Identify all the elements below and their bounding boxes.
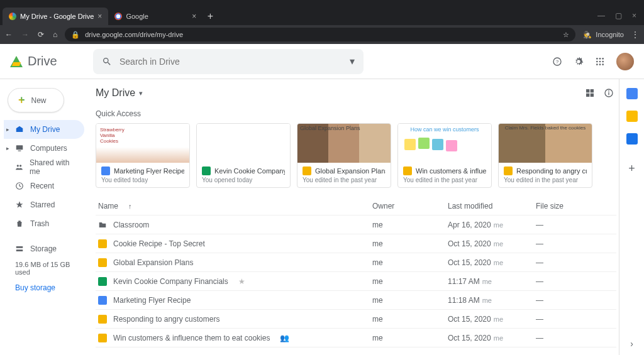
address-bar[interactable]: 🔒 drive.google.com/drive/my-drive ☆ (65, 28, 575, 41)
incognito-indicator[interactable]: 🕵️ Incognito (583, 31, 624, 39)
apps-grid-icon[interactable] (595, 57, 605, 67)
shared-icon: 👥 (280, 334, 289, 342)
file-owner: me (372, 315, 448, 324)
tasks-addon-icon[interactable] (626, 133, 638, 145)
hide-side-panel-icon[interactable]: › (630, 339, 633, 349)
card-subtitle: You opened today (202, 177, 285, 183)
account-avatar[interactable] (616, 53, 634, 70)
sidebar-item-starred[interactable]: Starred (4, 195, 84, 214)
shared-icon (15, 163, 23, 172)
browser-tab-google[interactable]: Google × (108, 8, 203, 25)
reload-icon[interactable]: ⟳ (38, 30, 44, 39)
slides-file-icon (98, 258, 107, 267)
settings-gear-icon[interactable] (574, 57, 584, 67)
file-row[interactable]: Marketing Flyer Recipeme11:18 AMme— (96, 291, 616, 310)
close-tab-icon[interactable]: × (97, 12, 102, 21)
quick-access-card[interactable]: How can we win customersWin customers & … (397, 123, 492, 188)
chevron-down-icon: ▾ (139, 89, 143, 97)
close-tab-icon[interactable]: × (192, 12, 196, 21)
card-title: Kevin Cookie Company Financi… (214, 167, 285, 175)
drive-logo[interactable]: Drive (10, 54, 86, 68)
svg-rect-17 (16, 249, 23, 251)
sidebar-item-trash[interactable]: Trash (4, 214, 84, 233)
browser-tab-drive[interactable]: My Drive - Google Drive × (3, 8, 108, 25)
file-row[interactable]: Kevin Cookie Company Financials★me11:17 … (96, 272, 616, 291)
maximize-icon[interactable]: ▢ (615, 11, 622, 20)
card-subtitle: You edited in the past year (303, 177, 386, 183)
chevron-right-icon[interactable]: ▸ (6, 126, 9, 133)
col-modified[interactable]: Last modified (448, 202, 536, 210)
mydrive-icon (15, 125, 24, 134)
col-name[interactable]: Name↑ (96, 202, 372, 210)
buy-storage-link[interactable]: Buy storage (4, 278, 84, 297)
svg-rect-21 (591, 94, 594, 97)
file-size: — (536, 334, 574, 342)
quick-access-row: StrawberryVanillaCookiesMarketing Flyer … (96, 123, 616, 188)
chevron-right-icon[interactable]: ▸ (6, 145, 9, 151)
new-button[interactable]: + New (8, 88, 64, 112)
calendar-addon-icon[interactable] (626, 88, 638, 99)
file-table: Name↑ Owner Last modified File size Clas… (96, 197, 616, 347)
quick-access-label: Quick Access (96, 109, 616, 118)
folder-icon (98, 221, 107, 229)
file-name: Responding to angry customers (113, 315, 219, 324)
lock-icon: 🔒 (71, 31, 80, 39)
side-panel: + › (619, 79, 644, 355)
keep-addon-icon[interactable] (626, 111, 638, 122)
sidebar-item-shared-with-me[interactable]: Shared with me (4, 158, 84, 177)
starred-icon (15, 200, 24, 209)
forward-icon[interactable]: → (21, 30, 29, 39)
file-row[interactable]: Cookie Recipe - Top SecretmeOct 15, 2020… (96, 234, 616, 253)
file-owner: me (372, 277, 448, 286)
breadcrumb[interactable]: My Drive ▾ (96, 87, 143, 99)
app-header: Drive ▾ ? (0, 44, 644, 79)
card-title: Global Expansion Plans (315, 167, 386, 175)
sidebar-item-my-drive[interactable]: ▸My Drive (4, 120, 84, 139)
file-row[interactable]: Win customers & influence them to eat co… (96, 329, 616, 347)
quick-access-card[interactable]: StrawberryVanillaCookiesMarketing Flyer … (96, 123, 190, 188)
svg-rect-12 (18, 151, 21, 151)
file-size: — (536, 221, 574, 229)
card-thumbnail: StrawberryVanillaCookies (96, 124, 189, 163)
file-modified: 11:18 AMme (448, 296, 536, 305)
file-row[interactable]: Responding to angry customersmeOct 15, 2… (96, 310, 616, 329)
details-icon[interactable] (604, 88, 614, 98)
get-addons-icon[interactable]: + (628, 162, 635, 175)
tab-title: Google (126, 13, 148, 20)
quick-access-card[interactable]: Kevin Cookie Company Financi…You opened … (196, 123, 291, 188)
file-row[interactable]: ClassroommeApr 16, 2020me— (96, 216, 616, 234)
file-modified: Oct 15, 2020me (448, 239, 536, 248)
slides-file-icon (98, 334, 107, 342)
trash-icon (15, 219, 24, 228)
search-bar[interactable]: ▾ (93, 49, 364, 74)
col-size[interactable]: File size (536, 202, 574, 210)
bookmark-star-icon[interactable]: ☆ (563, 31, 569, 39)
help-icon[interactable]: ? (552, 57, 562, 67)
svg-point-24 (608, 90, 609, 92)
star-icon: ★ (238, 277, 245, 286)
file-owner: me (372, 296, 448, 305)
sidebar-item-recent[interactable]: Recent (4, 177, 84, 195)
file-row[interactable]: Global Expansion PlansmeOct 15, 2020me— (96, 253, 616, 272)
browser-menu-icon[interactable]: ⋮ (631, 30, 639, 39)
back-icon[interactable]: ← (5, 30, 13, 39)
sidebar-item-storage[interactable]: Storage (4, 239, 84, 258)
browser-tab-strip: My Drive - Google Drive × Google × + — ▢… (0, 0, 644, 25)
home-icon[interactable]: ⌂ (53, 30, 57, 39)
sidebar-item-label: Shared with me (30, 158, 78, 176)
quick-access-card[interactable]: Global Expansion PlansGlobal Expansion P… (297, 123, 391, 188)
search-options-icon[interactable]: ▾ (350, 55, 355, 67)
grid-view-icon[interactable] (585, 88, 595, 98)
main-content: My Drive ▾ Quick Access StrawberryVanill… (88, 79, 619, 355)
col-owner[interactable]: Owner (372, 202, 448, 210)
file-name: Classroom (113, 221, 149, 229)
sidebar-item-label: Computers (30, 144, 67, 153)
search-input[interactable] (119, 57, 342, 67)
close-window-icon[interactable]: × (632, 11, 636, 20)
sidebar-item-label: My Drive (30, 125, 60, 134)
minimize-icon[interactable]: — (597, 11, 605, 20)
new-tab-button[interactable]: + (203, 8, 218, 25)
sidebar-item-computers[interactable]: ▸Computers (4, 139, 84, 158)
file-name: Win customers & influence them to eat co… (113, 334, 270, 342)
quick-access-card[interactable]: Claim Mrs. Fields baked the cookiesRespo… (498, 123, 592, 188)
